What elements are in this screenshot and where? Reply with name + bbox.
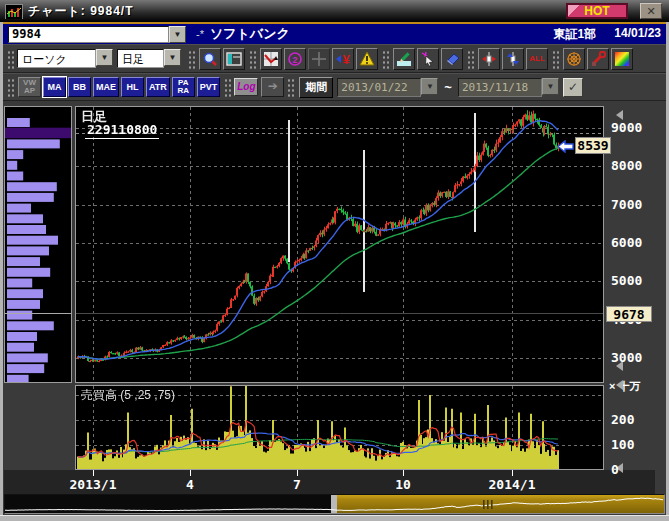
period-from-value: 2013/01/22: [337, 78, 421, 97]
period-from-select[interactable]: 2013/01/22 ▼: [337, 78, 438, 97]
symbol-dropdown-arrow-icon[interactable]: ▼: [169, 26, 186, 43]
toolbar-grip[interactable]: [7, 49, 14, 69]
chart-arrow-icon[interactable]: [260, 48, 282, 70]
navigator-canvas[interactable]: [5, 495, 664, 513]
indicator-bb-button[interactable]: BB: [68, 77, 91, 97]
yen-price-icon[interactable]: ¥: [332, 48, 354, 70]
chart-window: チャート: 9984/T HOT ✕ ▼ -* ソフトバンク 東証1部 14/0…: [0, 0, 669, 521]
chart-type-dropdown-arrow-icon[interactable]: ▼: [96, 49, 113, 66]
timeframe-value: 日足: [117, 49, 164, 68]
volume-pane-title: 売買高 (5 ,25 ,75): [81, 387, 175, 404]
price-chart-pane: [75, 106, 604, 383]
volume-at-price-max-value: 229110800: [85, 122, 159, 139]
all-icon[interactable]: ALL: [526, 48, 548, 70]
indicator-ma-button[interactable]: MA: [43, 77, 66, 97]
compare-icon[interactable]: 2: [284, 48, 306, 70]
forward-arrow-icon[interactable]: ➔: [261, 77, 284, 97]
price-axis-label: 7000: [611, 197, 642, 212]
period-to-dropdown-arrow-icon[interactable]: ▼: [542, 78, 559, 95]
svg-text:¥: ¥: [342, 52, 350, 67]
candle-up-icon[interactable]: [478, 48, 500, 70]
symbol-code-input[interactable]: [8, 26, 169, 43]
crosshair-icon[interactable]: [308, 48, 330, 70]
alert-icon[interactable]: [356, 48, 378, 70]
close-button[interactable]: ✕: [640, 3, 662, 19]
period-button[interactable]: 期間: [299, 77, 333, 98]
pointer-icon[interactable]: [417, 48, 439, 70]
price-axis-label: 9000: [611, 120, 642, 135]
quote-date: 14/01/23: [614, 26, 661, 43]
x-axis-label: 2014/1: [489, 477, 536, 492]
eraser-icon[interactable]: [441, 48, 463, 70]
symbol-bar: ▼ -* ソフトバンク 東証1部 14/01/23: [0, 22, 669, 44]
x-axis-label: 2013/1: [70, 477, 117, 492]
indicator-hl-button[interactable]: HL: [121, 77, 144, 97]
toolbar-grip[interactable]: [287, 77, 294, 97]
axis-resize-arrow-icon[interactable]: [616, 380, 623, 390]
last-price-badge: 8539: [575, 137, 611, 154]
symbol-separator: -*: [196, 28, 204, 40]
volume-axis-label: 0: [611, 462, 619, 477]
toolbar-grip[interactable]: [224, 77, 231, 97]
window-frame: [0, 22, 3, 515]
title-bar: チャート: 9984/T HOT ✕: [0, 0, 669, 22]
zoom-icon[interactable]: [199, 48, 221, 70]
indicator-para-button[interactable]: PARA: [172, 77, 195, 97]
window-title: チャート: 9984/T: [28, 3, 134, 20]
window-frame: [0, 515, 669, 521]
x-axis-label: 7: [293, 477, 301, 492]
app-chart-icon: [5, 4, 23, 19]
hot-button[interactable]: HOT: [566, 3, 628, 19]
price-axis-label: 8000: [611, 158, 642, 173]
price-chart-canvas[interactable]: [76, 107, 603, 382]
indicator-vwap-button[interactable]: VWAP: [18, 77, 41, 97]
x-axis-label: 4: [186, 477, 194, 492]
chart-type-value: ローソク: [17, 49, 96, 68]
toolbar-grip[interactable]: [382, 49, 389, 69]
indicator-mae-button[interactable]: MAE: [93, 77, 119, 97]
toolbar-grip[interactable]: [188, 49, 195, 69]
x-axis-tick: [512, 470, 513, 476]
tool-icon[interactable]: [587, 48, 609, 70]
price-axis-label: 6000: [611, 235, 642, 250]
toolbar-grip[interactable]: [7, 77, 14, 97]
web-icon[interactable]: [563, 48, 585, 70]
volume-profile-canvas: [5, 107, 71, 382]
chart-type-select[interactable]: ローソク ▼: [17, 49, 113, 68]
draw-pencil-icon[interactable]: [393, 48, 415, 70]
volume-axis-label: 200: [611, 412, 634, 427]
apply-period-checkmark-button[interactable]: ✓: [563, 78, 583, 97]
palette-icon[interactable]: [611, 48, 633, 70]
period-from-dropdown-arrow-icon[interactable]: ▼: [421, 78, 438, 95]
indicator-atr-button[interactable]: ATR: [146, 77, 170, 97]
x-axis-tick: [93, 470, 94, 476]
log-scale-button[interactable]: Log: [234, 78, 258, 96]
x-axis-label: 10: [395, 477, 411, 492]
symbol-combobox: ▼: [8, 26, 186, 43]
hline-price-badge: 9678: [606, 306, 652, 322]
panel-layout-icon[interactable]: [223, 48, 245, 70]
toolbar-grip[interactable]: [249, 49, 256, 69]
axis-resize-arrow-icon[interactable]: [616, 110, 623, 120]
chart-navigator-scrollbar[interactable]: [4, 494, 665, 514]
x-axis-tick: [403, 470, 404, 476]
symbol-name: ソフトバンク: [210, 25, 290, 43]
period-to-select[interactable]: 2013/11/18 ▼: [458, 78, 559, 97]
last-price-arrow-icon: [557, 139, 574, 157]
toolbar-grip[interactable]: [467, 49, 474, 69]
x-axis-tick: [190, 470, 191, 476]
volume-axis-label: 100: [611, 437, 634, 452]
timeframe-dropdown-arrow-icon[interactable]: ▼: [164, 49, 181, 66]
volume-profile-pane: [4, 106, 72, 383]
market-section-label: 東証1部: [554, 26, 597, 43]
timeframe-select[interactable]: 日足 ▼: [117, 49, 181, 68]
price-axis-label: 3000: [611, 350, 642, 365]
chart-toolbar: ローソク ▼ 日足 ▼ 2¥ALL: [0, 44, 669, 73]
toolbar-grip[interactable]: [552, 49, 559, 69]
price-axis-label: 5000: [611, 273, 642, 288]
volume-unit-label: × 十万: [609, 379, 640, 394]
candle-down-icon[interactable]: [502, 48, 524, 70]
svg-text:2: 2: [292, 54, 297, 64]
period-range-tilde: ~: [444, 80, 452, 95]
indicator-pvt-button[interactable]: PVT: [197, 77, 221, 97]
